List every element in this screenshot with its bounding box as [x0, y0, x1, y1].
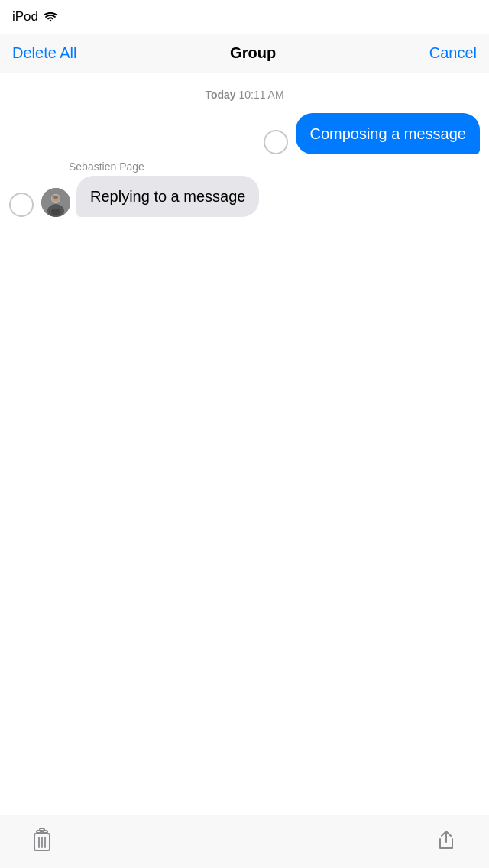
cancel-button[interactable]: Cancel [429, 44, 477, 62]
incoming-selection-circle[interactable] [9, 193, 34, 217]
device-name: iPod [12, 9, 38, 24]
incoming-message-row: Replying to a message [0, 176, 489, 217]
svg-rect-5 [51, 209, 60, 215]
outgoing-bubble: Composing a message [296, 113, 480, 154]
trash-icon [31, 828, 53, 853]
timestamp-today: Today [205, 89, 235, 101]
nav-bar: Delete All Group Cancel [0, 34, 489, 73]
share-button[interactable] [428, 822, 465, 861]
timestamp-time: 10:11 AM [238, 89, 283, 101]
status-bar: iPod [0, 0, 489, 34]
svg-point-4 [53, 196, 58, 199]
nav-title: Group [230, 44, 276, 62]
wifi-icon [43, 10, 58, 24]
messages-area: Today 10:11 AM Composing a message Sebas… [0, 73, 489, 815]
avatar [41, 188, 70, 217]
share-icon [434, 828, 458, 853]
outgoing-message-row: Composing a message [0, 113, 489, 154]
message-timestamp: Today 10:11 AM [0, 89, 489, 101]
outgoing-selection-circle[interactable] [264, 130, 288, 154]
bottom-toolbar [0, 815, 489, 868]
trash-button[interactable] [24, 821, 60, 862]
sender-name: Sebastien Page [69, 160, 489, 173]
incoming-bubble: Replying to a message [76, 176, 259, 217]
delete-all-button[interactable]: Delete All [12, 44, 77, 62]
